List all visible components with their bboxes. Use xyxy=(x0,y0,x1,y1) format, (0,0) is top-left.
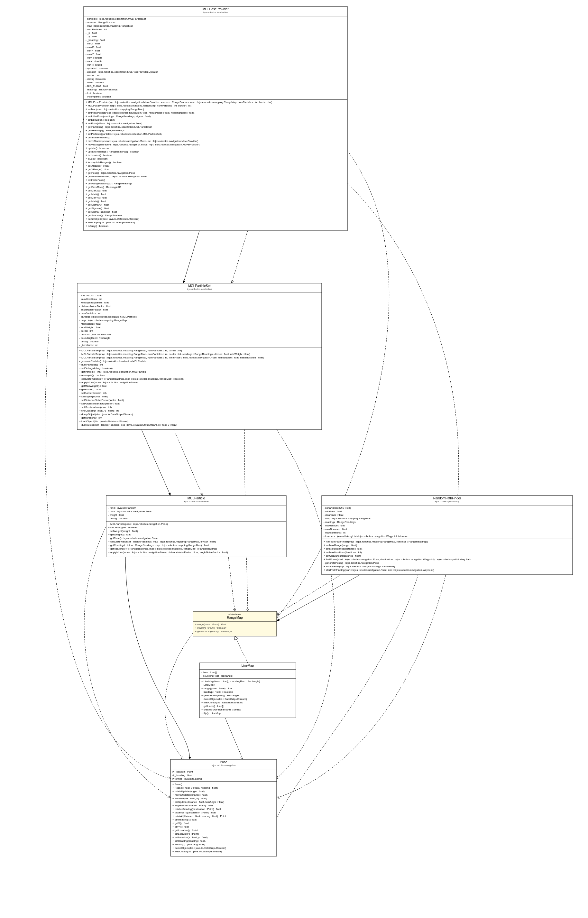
svg-text:- readings : RangeReadings: - readings : RangeReadings xyxy=(86,88,118,91)
svg-text:# _heading : float: # _heading : float xyxy=(173,774,192,777)
svg-text:+ setDistanceNoiseFactor(facto: + setDistanceNoiseFactor(factor : float) xyxy=(79,399,124,402)
svg-text:- maxY : float: - maxY : float xyxy=(86,53,101,56)
svg-text:+ getBorder() : float: + getBorder() : float xyxy=(79,388,102,391)
svg-text:+ calculateWeights(rr : RangeR: + calculateWeights(rr : RangeReadings, m… xyxy=(79,377,184,380)
svg-text:+ MCLParticleSet(map : lejos.r: + MCLParticleSet(map : lejos.robotics.ma… xyxy=(79,349,182,352)
svg-text:+ dumpObject(dos : java.io.Dat: + dumpObject(dos : java.io.DataOutputStr… xyxy=(86,218,139,220)
svg-text:- busy : boolean: - busy : boolean xyxy=(86,81,104,84)
svg-text:- generatePose() : lejos.robot: - generatePose() : lejos.robotics.naviga… xyxy=(324,561,379,564)
svg-text:- maxWeight : float: - maxWeight : float xyxy=(79,322,101,325)
svg-rect-0 xyxy=(84,6,347,231)
svg-text:+ generateParticles(): + generateParticles() xyxy=(86,136,110,139)
svg-text:+ arcUpdate(distance : float, : + arcUpdate(distance : float, turnAngle … xyxy=(173,800,225,803)
svg-text:+ getY() : float: + getY() : float xyxy=(173,825,189,828)
svg-text:# _location : Point: # _location : Point xyxy=(173,770,193,773)
svg-text:+ setParticles(particles : lej: + setParticles(particles : lejos.robotic… xyxy=(86,133,162,136)
class-mclpose: MCLPoseProviderlejos.robotics.localizati… xyxy=(84,6,347,231)
svg-text:- maxX : float: - maxX : float xyxy=(86,46,101,48)
svg-text:+ getScanner() : RangeScanner: + getScanner() : RangeScanner xyxy=(86,214,122,217)
svg-text:+ distanceTo(destination : Poi: + distanceTo(destination : Point) : floa… xyxy=(173,811,216,814)
svg-text:- numParticles : int: - numParticles : int xyxy=(79,312,101,315)
svg-text:+ getReadings(rr : RangeReadin: + getReadings(rr : RangeReadings, map : … xyxy=(108,547,217,550)
svg-text:- maxRange : float: - maxRange : float xyxy=(324,524,345,527)
svg-text:lejos.robotics.localization: lejos.robotics.localization xyxy=(184,500,209,503)
svg-text:RangeMap: RangeMap xyxy=(227,616,243,619)
svg-text:+ Pose(): + Pose() xyxy=(173,783,183,786)
svg-text:- boundingRect : Rectangle: - boundingRect : Rectangle xyxy=(79,336,111,339)
class-rmap: «interface»RangeMap+ range(pose : Pose) … xyxy=(193,611,277,636)
svg-text:- updated : boolean: - updated : boolean xyxy=(86,67,108,70)
svg-text:+ setMaxRange(range : float): + setMaxRange(range : float) xyxy=(324,544,357,547)
svg-text:- lines : Line[]: - lines : Line[] xyxy=(201,671,217,674)
svg-text:+ LineMap(lines : Line[], boun: + LineMap(lines : Line[], boundingRect :… xyxy=(201,680,260,683)
svg-text:+ setLocation(x : float, y : f: + setLocation(x : float, y : float) xyxy=(173,836,208,839)
svg-text:lejos.robotics.localization: lejos.robotics.localization xyxy=(203,11,228,14)
svg-text:+ dumpObject(dos : DataOutputS: + dumpObject(dos : DataOutputStream) xyxy=(201,698,247,700)
svg-text:+ MCLPoseProvider(mp : lejos.r: + MCLPoseProvider(mp : lejos.robotics.na… xyxy=(86,101,272,103)
svg-text:+ setDebug(debug : boolean): + setDebug(debug : boolean) xyxy=(79,367,113,370)
svg-text:- twoSigmaSquared : float: - twoSigmaSquared : float xyxy=(79,301,109,304)
svg-text:+ getLocation() : Point: + getLocation() : Point xyxy=(173,829,198,832)
svg-text:- serialVersionUID : long: - serialVersionUID : long xyxy=(324,506,351,509)
svg-text:+ loadObject(dis : java.io.Dat: + loadObject(dis : java.io.DataInputStre… xyxy=(173,850,222,853)
svg-text:+ getSigmaX() : float: + getSigmaX() : float xyxy=(86,204,109,206)
svg-text:+ MCLParticleSet(map : lejos.r: + MCLParticleSet(map : lejos.robotics.ma… xyxy=(79,353,250,356)
svg-text:+ setAngleNoiseFactor(factor :: + setAngleNoiseFactor(factor : float) xyxy=(79,402,121,405)
svg-text:+ startPathFinding(start : lej: + startPathFinding(start : lejos.robotic… xyxy=(324,569,434,571)
svg-text:- map : lejos.robotics.mapping: - map : lejos.robotics.mapping.RangeMap xyxy=(324,517,372,520)
svg-text:+ setInitialPose(readings : Ra: + setInitialPose(readings : RangeReading… xyxy=(86,115,150,118)
svg-text:lejos.robotics.pathfinding: lejos.robotics.pathfinding xyxy=(435,500,459,503)
svg-text:+ MCLParticleSet(map : lejos.r: + MCLParticleSet(map : lejos.robotics.ma… xyxy=(79,356,264,359)
svg-text:+ getWeight() : float: + getWeight() : float xyxy=(108,533,131,536)
svg-text:+ isBusy() : boolean: + isBusy() : boolean xyxy=(86,225,108,228)
svg-text:+ calculateWeight(rr : RangeRe: + calculateWeight(rr : RangeReadings, ma… xyxy=(108,540,216,543)
svg-text:# format : java.lang.String: # format : java.lang.String xyxy=(173,777,202,780)
svg-text:- listeners : java.util.ArrayL: - listeners : java.util.ArrayList<lejos.… xyxy=(324,535,407,538)
svg-text:+ getErrorRect() : Rectangle2D: + getErrorRect() : Rectangle2D xyxy=(86,186,121,189)
svg-text:MCLParticleSet: MCLParticleSet xyxy=(188,284,211,288)
svg-text:«interface»: «interface» xyxy=(228,613,241,616)
svg-text:+ MCLPoseProvider(map : lejos.: + MCLPoseProvider(map : lejos.robotics.m… xyxy=(86,104,191,107)
svg-text:- distanceNoiseFactor : float: - distanceNoiseFactor : float xyxy=(79,305,111,308)
svg-text:- clearance : float: - clearance : float xyxy=(324,514,344,516)
svg-text:- particles : lejos.robotics.l: - particles : lejos.robotics.localizatio… xyxy=(86,18,146,20)
uml-diagram: MCLPoseProviderlejos.robotics.localizati… xyxy=(0,0,588,918)
svg-text:- lost : boolean: - lost : boolean xyxy=(86,92,102,95)
svg-text:- _y : float: - _y : float xyxy=(86,35,97,38)
svg-text:- border : int: - border : int xyxy=(86,74,100,77)
svg-text:+ setSigma(sigma : float): + setSigma(sigma : float) xyxy=(79,395,108,398)
svg-text:+ Pose(x : float, y : float, h: + Pose(x : float, y : float, heading : f… xyxy=(173,786,218,789)
class-rpf: RandomPathFinderlejos.robotics.pathfindi… xyxy=(321,496,573,575)
svg-text:+ getPose() : lejos.robotics.n: + getPose() : lejos.robotics.navigation.… xyxy=(86,171,136,175)
svg-text:+ update(readings : RangeReadi: + update(readings : RangeReadings) : boo… xyxy=(86,150,139,153)
svg-text:+ LineMap(): + LineMap() xyxy=(201,684,215,686)
svg-text:MCLPoseProvider: MCLPoseProvider xyxy=(202,7,229,11)
svg-text:- varY : double: - varY : double xyxy=(86,60,102,63)
svg-text:+ estimatePose(): + estimatePose() xyxy=(86,179,105,181)
svg-text:+ range(pose : Pose) : float: + range(pose : Pose) : float xyxy=(201,687,233,690)
svg-text:- particles : lejos.robotics.l: - particles : lejos.robotics.localizatio… xyxy=(79,315,137,318)
svg-text:+ getBoundingRect() : Rectangl: + getBoundingRect() : Rectangle xyxy=(201,694,239,697)
svg-text:+ loadObject(dis : DataInputSt: + loadObject(dis : DataInputStream) xyxy=(201,701,242,704)
svg-text:- maxIterations : int: - maxIterations : int xyxy=(324,531,346,534)
svg-text:+ getEstimatedPose() : lejos.r: + getEstimatedPose() : lejos.robotics.na… xyxy=(86,175,147,178)
svg-text:- debug : boolean: - debug : boolean xyxy=(79,340,99,343)
svg-text:+ dumpObject(dos : java.io.Dat: + dumpObject(dos : java.io.DataOutputStr… xyxy=(79,413,133,416)
class-mclset: MCLParticleSetlejos.robotics.localizatio… xyxy=(77,283,321,430)
svg-text:+ applyMove(move : lejos.robot: + applyMove(move : lejos.robotics.naviga… xyxy=(79,381,139,384)
svg-text:- rand : java.util.Random: - rand : java.util.Random xyxy=(108,506,136,509)
svg-text:- map : lejos.robotics.mapping: - map : lejos.robotics.mapping.RangeMap xyxy=(79,319,127,322)
svg-text:+ moveStarted(event : lejos.ro: + moveStarted(event : lejos.robotics.nav… xyxy=(86,140,199,142)
svg-text:+ setMaxDistance(distance : fl: + setMaxDistance(distance : float) xyxy=(324,547,362,550)
svg-text:RandomPathFinder: RandomPathFinder xyxy=(433,496,461,500)
svg-text:+ getParticle(i : int) : lejos: + getParticle(i : int) : lejos.robotics.… xyxy=(79,370,146,373)
svg-text:+ setMaxIterations(max : int): + setMaxIterations(max : int) xyxy=(79,406,111,409)
svg-text:+ setBorder(border : int): + setBorder(border : int) xyxy=(79,391,107,394)
class-lmap: LineMap- lines : Line[]- boundingRect : … xyxy=(199,663,296,718)
svg-text:+ dumpClosest(rr : RangeReadin: + dumpClosest(rr : RangeReadings, dos : … xyxy=(79,423,177,426)
svg-text:+ getHeading() : float: + getHeading() : float xyxy=(173,818,197,821)
class-mclpart: MCLParticlelejos.robotics.localization- … xyxy=(106,496,286,557)
svg-text:MCLParticle: MCLParticle xyxy=(187,496,205,500)
svg-text:- minY : float: - minY : float xyxy=(86,49,100,52)
svg-text:+ getRangeReadings() : RangeRe: + getRangeReadings() : RangeReadings xyxy=(86,182,132,185)
